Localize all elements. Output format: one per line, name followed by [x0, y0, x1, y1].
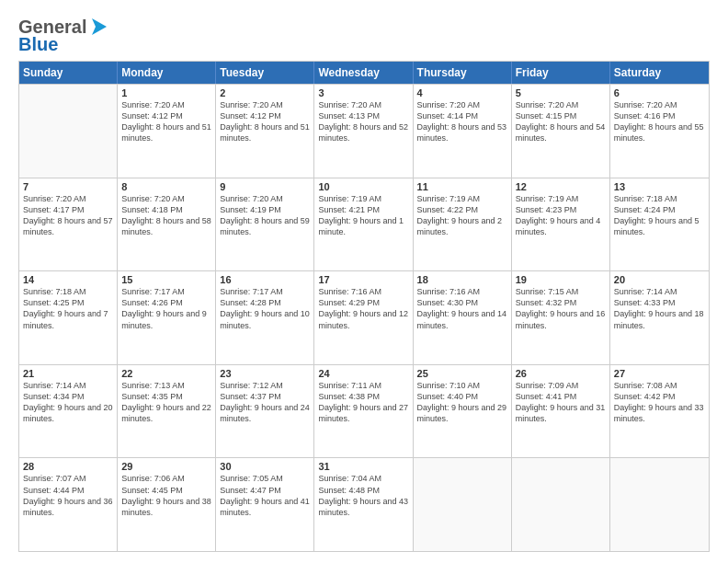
day-info: Sunrise: 7:19 AMSunset: 4:21 PMDaylight:…: [318, 193, 408, 238]
day-info: Sunrise: 7:04 AMSunset: 4:48 PMDaylight:…: [318, 473, 408, 518]
day-number: 12: [516, 181, 606, 192]
day-info: Sunrise: 7:14 AMSunset: 4:33 PMDaylight:…: [614, 286, 705, 331]
svg-marker-0: [92, 18, 107, 35]
cal-header-monday: Monday: [118, 62, 216, 84]
day-number: 31: [318, 461, 408, 472]
day-number: 11: [417, 181, 507, 192]
day-info: Sunrise: 7:20 AMSunset: 4:17 PMDaylight:…: [23, 193, 113, 238]
day-number: 3: [318, 87, 408, 98]
cal-cell-3-5: 18Sunrise: 7:16 AMSunset: 4:30 PMDayligh…: [414, 271, 512, 364]
cal-cell-2-4: 10Sunrise: 7:19 AMSunset: 4:21 PMDayligh…: [314, 178, 413, 271]
cal-cell-4-4: 24Sunrise: 7:11 AMSunset: 4:38 PMDayligh…: [314, 365, 413, 458]
day-info: Sunrise: 7:20 AMSunset: 4:18 PMDaylight:…: [121, 193, 211, 238]
day-info: Sunrise: 7:17 AMSunset: 4:28 PMDaylight:…: [220, 286, 310, 331]
cal-cell-3-3: 16Sunrise: 7:17 AMSunset: 4:28 PMDayligh…: [216, 271, 314, 364]
cal-cell-1-6: 5Sunrise: 7:20 AMSunset: 4:15 PMDaylight…: [512, 85, 610, 178]
cal-cell-4-7: 27Sunrise: 7:08 AMSunset: 4:42 PMDayligh…: [610, 365, 709, 458]
day-number: 28: [23, 461, 113, 472]
cal-cell-4-1: 21Sunrise: 7:14 AMSunset: 4:34 PMDayligh…: [19, 365, 118, 458]
calendar-body: 1Sunrise: 7:20 AMSunset: 4:12 PMDaylight…: [19, 84, 709, 551]
cal-cell-4-2: 22Sunrise: 7:13 AMSunset: 4:35 PMDayligh…: [118, 365, 216, 458]
day-number: 18: [417, 274, 507, 285]
cal-week-5: 28Sunrise: 7:07 AMSunset: 4:44 PMDayligh…: [19, 457, 709, 551]
day-info: Sunrise: 7:20 AMSunset: 4:19 PMDaylight:…: [220, 193, 310, 238]
day-number: 22: [121, 368, 211, 379]
cal-cell-5-6: [512, 458, 610, 551]
cal-cell-1-2: 1Sunrise: 7:20 AMSunset: 4:12 PMDaylight…: [118, 85, 216, 178]
day-number: 23: [220, 368, 310, 379]
calendar-header-row: SundayMondayTuesdayWednesdayThursdayFrid…: [19, 62, 709, 84]
cal-header-sunday: Sunday: [19, 62, 118, 84]
cal-cell-2-6: 12Sunrise: 7:19 AMSunset: 4:23 PMDayligh…: [512, 178, 610, 271]
cal-cell-5-2: 29Sunrise: 7:06 AMSunset: 4:45 PMDayligh…: [118, 458, 216, 551]
day-info: Sunrise: 7:13 AMSunset: 4:35 PMDaylight:…: [121, 380, 211, 425]
day-number: 14: [23, 274, 113, 285]
day-number: 4: [417, 87, 507, 98]
day-info: Sunrise: 7:05 AMSunset: 4:47 PMDaylight:…: [220, 473, 310, 518]
cal-header-tuesday: Tuesday: [216, 62, 314, 84]
day-number: 15: [121, 274, 211, 285]
cal-cell-3-7: 20Sunrise: 7:14 AMSunset: 4:33 PMDayligh…: [610, 271, 709, 364]
cal-header-wednesday: Wednesday: [314, 62, 413, 84]
cal-header-thursday: Thursday: [414, 62, 512, 84]
page: General Blue SundayMondayTuesdayWednesda…: [0, 0, 728, 563]
cal-cell-3-4: 17Sunrise: 7:16 AMSunset: 4:29 PMDayligh…: [314, 271, 413, 364]
day-number: 10: [318, 181, 408, 192]
cal-header-friday: Friday: [512, 62, 610, 84]
day-number: 20: [614, 274, 705, 285]
day-info: Sunrise: 7:20 AMSunset: 4:12 PMDaylight:…: [121, 99, 211, 144]
day-info: Sunrise: 7:20 AMSunset: 4:14 PMDaylight:…: [417, 99, 507, 144]
day-number: 16: [220, 274, 310, 285]
day-number: 9: [220, 181, 310, 192]
cal-week-3: 14Sunrise: 7:18 AMSunset: 4:25 PMDayligh…: [19, 270, 709, 364]
cal-cell-2-3: 9Sunrise: 7:20 AMSunset: 4:19 PMDaylight…: [216, 178, 314, 271]
day-info: Sunrise: 7:12 AMSunset: 4:37 PMDaylight:…: [220, 380, 310, 425]
day-info: Sunrise: 7:20 AMSunset: 4:15 PMDaylight:…: [516, 99, 606, 144]
day-info: Sunrise: 7:09 AMSunset: 4:41 PMDaylight:…: [516, 380, 606, 425]
cal-header-saturday: Saturday: [610, 62, 709, 84]
day-info: Sunrise: 7:20 AMSunset: 4:16 PMDaylight:…: [614, 99, 705, 144]
logo: General Blue: [18, 17, 108, 55]
cal-cell-4-3: 23Sunrise: 7:12 AMSunset: 4:37 PMDayligh…: [216, 365, 314, 458]
day-info: Sunrise: 7:10 AMSunset: 4:40 PMDaylight:…: [417, 380, 507, 425]
day-info: Sunrise: 7:14 AMSunset: 4:34 PMDaylight:…: [23, 380, 113, 425]
cal-cell-2-7: 13Sunrise: 7:18 AMSunset: 4:24 PMDayligh…: [610, 178, 709, 271]
day-info: Sunrise: 7:16 AMSunset: 4:29 PMDaylight:…: [318, 286, 408, 331]
day-number: 24: [318, 368, 408, 379]
cal-cell-2-2: 8Sunrise: 7:20 AMSunset: 4:18 PMDaylight…: [118, 178, 216, 271]
cal-cell-1-7: 6Sunrise: 7:20 AMSunset: 4:16 PMDaylight…: [610, 85, 709, 178]
day-info: Sunrise: 7:11 AMSunset: 4:38 PMDaylight:…: [318, 380, 408, 425]
day-number: 21: [23, 368, 113, 379]
day-info: Sunrise: 7:08 AMSunset: 4:42 PMDaylight:…: [614, 380, 705, 425]
cal-week-4: 21Sunrise: 7:14 AMSunset: 4:34 PMDayligh…: [19, 364, 709, 458]
day-number: 27: [614, 368, 705, 379]
day-info: Sunrise: 7:19 AMSunset: 4:22 PMDaylight:…: [417, 193, 507, 238]
cal-week-2: 7Sunrise: 7:20 AMSunset: 4:17 PMDaylight…: [19, 178, 709, 271]
cal-cell-5-1: 28Sunrise: 7:07 AMSunset: 4:44 PMDayligh…: [19, 458, 118, 551]
day-info: Sunrise: 7:06 AMSunset: 4:45 PMDaylight:…: [121, 473, 211, 518]
calendar: SundayMondayTuesdayWednesdayThursdayFrid…: [18, 61, 710, 552]
day-number: 17: [318, 274, 408, 285]
day-info: Sunrise: 7:07 AMSunset: 4:44 PMDaylight:…: [23, 473, 113, 518]
cal-cell-1-1: [19, 85, 118, 178]
day-number: 1: [121, 87, 211, 98]
header: General Blue: [18, 17, 710, 55]
day-info: Sunrise: 7:20 AMSunset: 4:13 PMDaylight:…: [318, 99, 408, 144]
day-number: 26: [516, 368, 606, 379]
day-number: 30: [220, 461, 310, 472]
day-number: 19: [516, 274, 606, 285]
cal-cell-4-6: 26Sunrise: 7:09 AMSunset: 4:41 PMDayligh…: [512, 365, 610, 458]
cal-cell-3-6: 19Sunrise: 7:15 AMSunset: 4:32 PMDayligh…: [512, 271, 610, 364]
day-number: 7: [23, 181, 113, 192]
day-number: 25: [417, 368, 507, 379]
day-number: 13: [614, 181, 705, 192]
day-info: Sunrise: 7:16 AMSunset: 4:30 PMDaylight:…: [417, 286, 507, 331]
cal-cell-5-7: [610, 458, 709, 551]
day-info: Sunrise: 7:20 AMSunset: 4:12 PMDaylight:…: [220, 99, 310, 144]
logo-arrow-icon: [88, 17, 108, 37]
day-number: 2: [220, 87, 310, 98]
cal-cell-5-4: 31Sunrise: 7:04 AMSunset: 4:48 PMDayligh…: [314, 458, 413, 551]
cal-cell-3-1: 14Sunrise: 7:18 AMSunset: 4:25 PMDayligh…: [19, 271, 118, 364]
logo-blue-row: Blue: [18, 34, 58, 55]
cal-cell-3-2: 15Sunrise: 7:17 AMSunset: 4:26 PMDayligh…: [118, 271, 216, 364]
